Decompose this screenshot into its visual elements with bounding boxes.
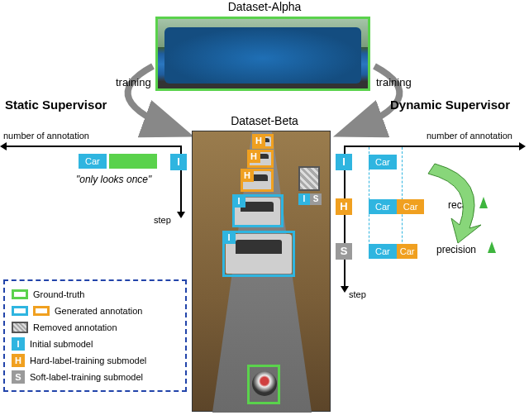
bbox-badge-I: I	[222, 231, 236, 244]
legend-text: Hard-label-training submodel	[30, 356, 146, 365]
left-annotation-row: Car	[79, 154, 157, 169]
right-pill: Car	[369, 244, 397, 259]
static-supervisor-title: Static Supervisor	[5, 98, 107, 112]
legend-text: Soft-label-training submodel	[30, 372, 143, 382]
legend-row-soft: S Soft-label-training submodel	[12, 369, 179, 385]
left-car-pill: Car	[79, 154, 107, 169]
legend-text: Removed annotation	[33, 322, 117, 332]
bbox-hard: H	[247, 150, 274, 168]
left-note: "only looks once"	[76, 174, 151, 185]
dataset-beta-label: Dataset-Beta	[0, 114, 529, 127]
dataset-alpha-label: Dataset-Alpha	[0, 0, 529, 13]
right-row-I: Car	[369, 155, 397, 169]
legend-row-initial: I Initial submodel	[12, 336, 179, 352]
legend-box: Ground-truth Generated annotation Remove…	[3, 279, 187, 392]
legend-text: Initial submodel	[30, 339, 93, 349]
bbox-init: I	[222, 231, 295, 277]
left-step-badge-I: I	[170, 154, 187, 170]
swatch-green-icon	[12, 289, 28, 299]
right-step-badge-I: I	[336, 154, 352, 170]
bbox-badge-H: H	[241, 169, 254, 182]
legend-text: Generated annotation	[55, 306, 142, 316]
right-x-axis	[344, 146, 519, 147]
bbox-ground-truth	[247, 365, 280, 404]
bbox-removed	[298, 166, 320, 191]
swatch-orange-icon	[33, 306, 50, 316]
right-y-axis-label: step	[349, 289, 366, 299]
legend-badge-I-icon: I	[12, 337, 25, 351]
dataset-beta-image: H H H I I IS	[192, 131, 331, 412]
right-x-axis-label: number of annotation	[427, 131, 512, 141]
right-pill: Car	[369, 199, 397, 214]
bbox-hard: H	[252, 134, 274, 149]
swatch-hatched-icon	[12, 322, 28, 333]
right-pill: Car	[369, 155, 397, 169]
bbox-badge-H: H	[247, 150, 260, 163]
recall-precision-arrow-icon	[410, 162, 501, 247]
bbox-badge-I: I	[232, 194, 245, 208]
swatch-cyan-icon	[12, 306, 28, 316]
left-y-axis-label: step	[154, 215, 171, 225]
removed-labels: IS	[298, 193, 322, 205]
legend-row-generated: Generated annotation	[12, 303, 179, 319]
right-step-badge-H: H	[336, 198, 352, 215]
bbox-badge-H: H	[252, 134, 265, 147]
left-x-axis	[7, 146, 182, 147]
training-label-right: training	[376, 76, 412, 88]
legend-badge-S-icon: S	[12, 370, 25, 384]
legend-badge-H-icon: H	[12, 354, 25, 367]
legend-text: Ground-truth	[33, 289, 84, 299]
left-x-axis-label: number of annotation	[3, 131, 89, 141]
legend-row-hard: H Hard-label-training submodel	[12, 352, 179, 369]
dynamic-supervisor-title: Dynamic Supervisor	[390, 98, 510, 112]
legend-row-removed: Removed annotation	[12, 319, 179, 336]
left-gt-bar	[109, 154, 157, 169]
bbox-init: I	[232, 194, 284, 227]
right-step-badge-S: S	[336, 243, 352, 260]
training-label-left: training	[116, 76, 151, 88]
removed-badge-S: S	[310, 193, 322, 205]
removed-badge-I: I	[298, 193, 310, 205]
bbox-hard: H	[241, 169, 274, 192]
legend-row-gt: Ground-truth	[12, 286, 179, 303]
